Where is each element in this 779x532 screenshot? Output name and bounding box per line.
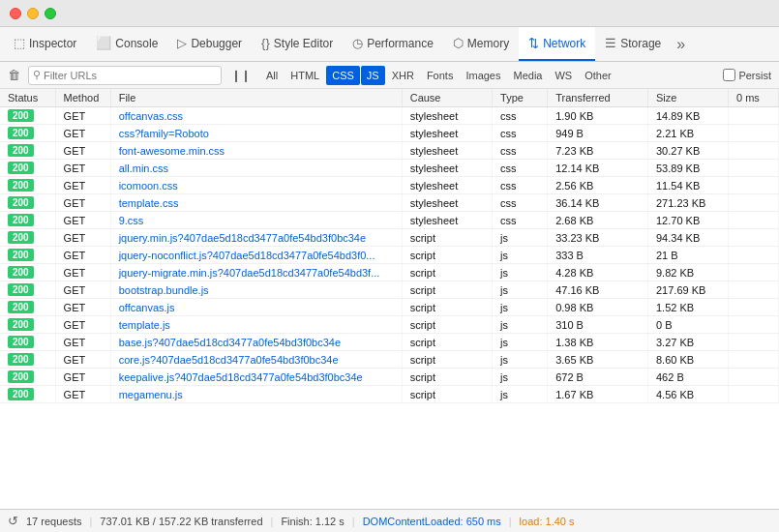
cell-cause: script [402,369,492,386]
table-row[interactable]: 200GETjquery.min.js?407dae5d18cd3477a0fe… [0,229,779,247]
filter-js[interactable]: JS [361,66,385,85]
more-tabs-button[interactable]: » [671,27,691,61]
table-row[interactable]: 200GETbootstrap.bundle.jsscriptjs47.16 K… [0,281,779,299]
persist-label: Persist [738,70,771,81]
persist-checkbox[interactable] [723,69,735,81]
cell-file[interactable]: core.js?407dae5d18cd3477a0fe54bd3f0bc34e [110,351,402,369]
filter-ws[interactable]: WS [549,66,578,85]
header-method[interactable]: Method [55,89,110,107]
debugger-icon: ▷ [177,36,187,50]
table-row[interactable]: 200GETall.min.cssstylesheetcss12.14 KB53… [0,160,779,177]
cell-transferred: 1.38 KB [548,334,648,351]
header-status[interactable]: Status [0,89,55,107]
table-row[interactable]: 200GETfont-awesome.min.cssstylesheetcss7… [0,142,779,160]
cell-size: 4.56 KB [647,386,728,403]
table-row[interactable]: 200GETjquery-noconflict.js?407dae5d18cd3… [0,247,779,264]
tab-style-editor[interactable]: {} Style Editor [252,27,343,61]
cell-file[interactable]: jquery-noconflict.js?407dae5d18cd3477a0f… [110,247,402,264]
cell-status: 200 [0,369,55,386]
tab-storage[interactable]: ☰ Storage [595,27,671,61]
cell-file[interactable]: offcanvas.js [110,299,402,316]
tab-debugger[interactable]: ▷ Debugger [167,27,252,61]
cell-time [729,125,779,142]
cell-file[interactable]: template.css [110,194,402,212]
tab-memory[interactable]: ⬡ Memory [443,27,519,61]
cell-cause: stylesheet [402,194,492,212]
tab-debugger-label: Debugger [191,37,242,50]
cell-time [729,316,779,334]
filter-images[interactable]: Images [460,66,506,85]
header-transferred[interactable]: Transferred [548,89,648,107]
cell-cause: script [402,334,492,351]
cell-file[interactable]: font-awesome.min.css [110,142,402,160]
header-size[interactable]: Size [647,89,728,107]
cell-method: GET [55,264,110,281]
table-row[interactable]: 200GETtemplate.jsscriptjs310 B0 B [0,316,779,334]
table-row[interactable]: 200GETmegamenu.jsscriptjs1.67 KB4.56 KB [0,386,779,403]
cell-cause: script [402,281,492,299]
filter-input[interactable] [44,70,217,81]
cell-transferred: 7.23 KB [548,142,648,160]
cell-transferred: 333 B [548,247,648,264]
cell-file[interactable]: jquery-migrate.min.js?407dae5d18cd3477a0… [110,264,402,281]
tab-network[interactable]: ⇅ Network [519,27,595,61]
clear-requests-button[interactable]: 🗑 [4,66,24,84]
table-row[interactable]: 200GETkeepalive.js?407dae5d18cd3477a0fe5… [0,369,779,386]
filter-css[interactable]: CSS [326,66,360,85]
cell-cause: script [402,351,492,369]
tab-inspector[interactable]: ⬚ Inspector [4,27,86,61]
cell-file[interactable]: icomoon.css [110,177,402,194]
filter-xhr[interactable]: XHR [386,66,420,85]
cell-type: js [493,229,548,247]
filter-media[interactable]: Media [507,66,548,85]
filter-other[interactable]: Other [579,66,617,85]
table-row[interactable]: 200GETtemplate.cssstylesheetcss36.14 KB2… [0,194,779,212]
cell-file[interactable]: 9.css [110,212,402,229]
table-row[interactable]: 200GETcore.js?407dae5d18cd3477a0fe54bd3f… [0,351,779,369]
cell-status: 200 [0,334,55,351]
cell-method: GET [55,334,110,351]
cell-file[interactable]: all.min.css [110,160,402,177]
cell-cause: script [402,247,492,264]
cell-size: 12.70 KB [647,212,728,229]
header-cause[interactable]: Cause [402,89,492,107]
minimize-button[interactable] [27,8,39,19]
filter-fonts[interactable]: Fonts [421,66,460,85]
header-time[interactable]: 0 ms [729,89,779,107]
tab-performance[interactable]: ◷ Performance [343,27,443,61]
cell-size: 462 B [647,369,728,386]
cell-size: 217.69 KB [647,281,728,299]
table-row[interactable]: 200GETjquery-migrate.min.js?407dae5d18cd… [0,264,779,281]
pause-button[interactable]: ❙❙ [227,67,255,84]
filter-html[interactable]: HTML [285,66,325,85]
close-button[interactable] [10,8,21,19]
filter-all[interactable]: All [260,66,284,85]
inspector-icon: ⬚ [14,36,25,50]
table-row[interactable]: 200GET9.cssstylesheetcss2.68 KB12.70 KB [0,212,779,229]
header-type[interactable]: Type [493,89,548,107]
cell-size: 11.54 KB [647,177,728,194]
cell-file[interactable]: template.js [110,316,402,334]
cell-file[interactable]: jquery.min.js?407dae5d18cd3477a0fe54bd3f… [110,229,402,247]
table-row[interactable]: 200GEToffcanvas.cssstylesheetcss1.90 KB1… [0,107,779,125]
cell-size: 2.21 KB [647,125,728,142]
table-row[interactable]: 200GEToffcanvas.jsscriptjs0.98 KB1.52 KB [0,299,779,316]
maximize-button[interactable] [45,8,56,19]
table-row[interactable]: 200GETbase.js?407dae5d18cd3477a0fe54bd3f… [0,334,779,351]
reload-icon[interactable]: ↺ [8,514,18,528]
cell-file[interactable]: offcanvas.css [110,107,402,125]
cell-file[interactable]: bootstrap.bundle.js [110,281,402,299]
header-file[interactable]: File [110,89,402,107]
cell-file[interactable]: megamenu.js [110,386,402,403]
tab-console[interactable]: ⬜ Console [86,27,167,61]
cell-method: GET [55,351,110,369]
finish-time: Finish: 1.12 s [281,516,344,527]
table-row[interactable]: 200GETicomoon.cssstylesheetcss2.56 KB11.… [0,177,779,194]
cell-file[interactable]: css?family=Roboto [110,125,402,142]
network-table-container[interactable]: Status Method File Cause Type Transferre… [0,89,779,509]
cell-transferred: 2.56 KB [548,177,648,194]
cell-file[interactable]: base.js?407dae5d18cd3477a0fe54bd3f0bc34e [110,334,402,351]
table-row[interactable]: 200GETcss?family=Robotostylesheetcss949 … [0,125,779,142]
cell-file[interactable]: keepalive.js?407dae5d18cd3477a0fe54bd3f0… [110,369,402,386]
cell-method: GET [55,281,110,299]
